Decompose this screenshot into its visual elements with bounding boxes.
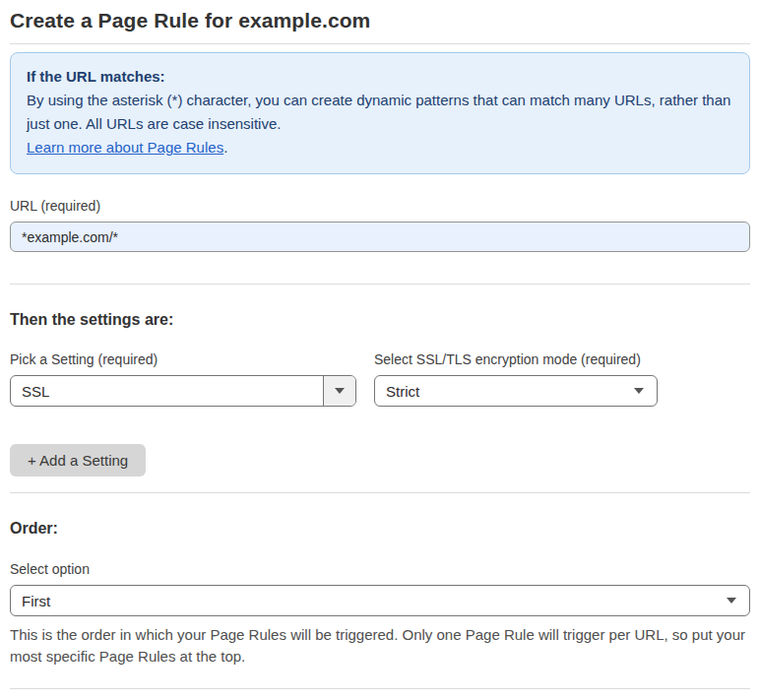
section-divider — [10, 284, 750, 285]
chevron-down-icon — [727, 598, 736, 604]
ssl-mode-select-value: Strict — [375, 383, 634, 400]
section-divider — [10, 492, 750, 493]
url-label: URL (required) — [10, 198, 750, 214]
chevron-down-icon — [634, 388, 644, 394]
info-box-body: By using the asterisk (*) character, you… — [27, 89, 733, 136]
create-page-rule-panel: Create a Page Rule for example.com If th… — [0, 0, 760, 700]
setting-select-value: SSL — [11, 383, 323, 400]
url-match-info-box: If the URL matches: By using the asteris… — [10, 52, 750, 174]
settings-section-heading: Then the settings are: — [10, 311, 750, 329]
info-box-heading: If the URL matches: — [27, 65, 733, 89]
setting-picker-column: Pick a Setting (required) SSL — [10, 329, 356, 407]
settings-row: Pick a Setting (required) SSL Select SSL… — [10, 329, 750, 407]
ssl-mode-label: Select SSL/TLS encryption mode (required… — [374, 351, 658, 367]
link-period: . — [223, 139, 227, 156]
info-box-link-line: Learn more about Page Rules. — [27, 136, 733, 159]
page-title: Create a Page Rule for example.com — [10, 0, 750, 43]
url-input[interactable] — [10, 222, 750, 252]
order-help-text: This is the order in which your Page Rul… — [10, 624, 750, 668]
order-select-label: Select option — [10, 561, 750, 577]
setting-select[interactable]: SSL — [10, 375, 356, 407]
order-section-heading: Order: — [10, 520, 750, 538]
ssl-mode-select[interactable]: Strict — [374, 375, 658, 407]
order-select[interactable]: First — [10, 585, 750, 616]
setting-picker-label: Pick a Setting (required) — [10, 351, 356, 367]
add-setting-button[interactable]: + Add a Setting — [10, 444, 146, 477]
ssl-mode-column: Select SSL/TLS encryption mode (required… — [374, 329, 658, 407]
order-select-value: First — [11, 593, 727, 609]
learn-more-link[interactable]: Learn more about Page Rules — [27, 139, 223, 156]
chevron-down-icon — [323, 376, 355, 406]
title-divider — [10, 43, 750, 44]
footer-divider — [10, 688, 750, 689]
